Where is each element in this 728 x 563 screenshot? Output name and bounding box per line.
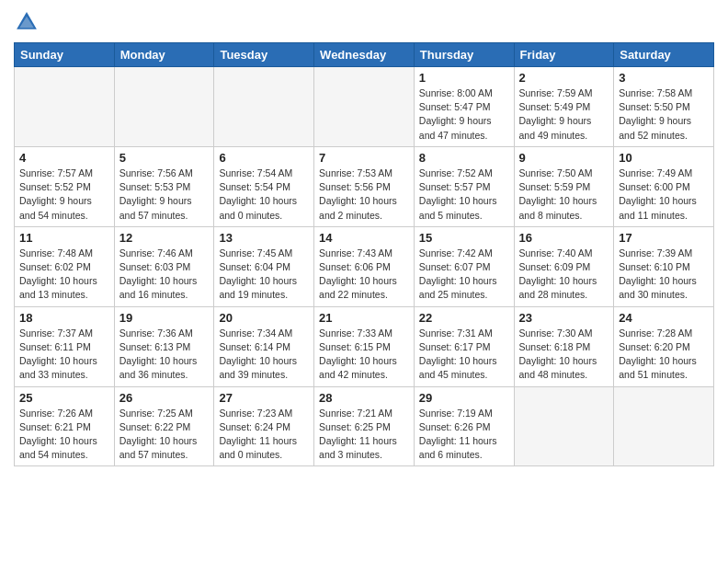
calendar-week-row: 4Sunrise: 7:57 AM Sunset: 5:52 PM Daylig… [15, 146, 714, 226]
day-info: Sunrise: 7:33 AM Sunset: 6:15 PM Dayligh… [319, 327, 409, 383]
day-number: 25 [19, 391, 109, 405]
calendar-cell: 9Sunrise: 7:50 AM Sunset: 5:59 PM Daylig… [514, 146, 614, 226]
day-number: 22 [419, 311, 509, 325]
calendar-cell: 10Sunrise: 7:49 AM Sunset: 6:00 PM Dayli… [614, 146, 714, 226]
day-number: 6 [219, 151, 309, 165]
day-info: Sunrise: 7:52 AM Sunset: 5:57 PM Dayligh… [419, 167, 509, 223]
day-info: Sunrise: 7:36 AM Sunset: 6:13 PM Dayligh… [119, 327, 210, 383]
calendar-cell [214, 67, 314, 147]
weekday-header-friday: Friday [514, 43, 614, 67]
calendar-cell: 6Sunrise: 7:54 AM Sunset: 5:54 PM Daylig… [214, 146, 314, 226]
calendar-cell: 15Sunrise: 7:42 AM Sunset: 6:07 PM Dayli… [414, 226, 514, 306]
day-info: Sunrise: 7:57 AM Sunset: 5:52 PM Dayligh… [19, 167, 109, 223]
day-info: Sunrise: 8:00 AM Sunset: 5:47 PM Dayligh… [419, 86, 509, 143]
day-number: 8 [419, 151, 509, 165]
day-number: 9 [519, 151, 609, 165]
calendar-cell: 22Sunrise: 7:31 AM Sunset: 6:17 PM Dayli… [414, 306, 514, 386]
day-number: 17 [619, 231, 709, 245]
day-info: Sunrise: 7:28 AM Sunset: 6:20 PM Dayligh… [619, 327, 709, 383]
day-number: 13 [219, 231, 309, 245]
calendar-cell [114, 67, 214, 147]
weekday-header-tuesday: Tuesday [214, 43, 314, 67]
calendar-cell: 26Sunrise: 7:25 AM Sunset: 6:22 PM Dayli… [114, 386, 214, 466]
calendar-cell: 25Sunrise: 7:26 AM Sunset: 6:21 PM Dayli… [15, 386, 115, 466]
day-info: Sunrise: 7:34 AM Sunset: 6:14 PM Dayligh… [219, 327, 309, 383]
calendar-cell: 24Sunrise: 7:28 AM Sunset: 6:20 PM Dayli… [614, 306, 714, 386]
calendar-cell: 1Sunrise: 8:00 AM Sunset: 5:47 PM Daylig… [414, 67, 514, 147]
calendar-cell: 5Sunrise: 7:56 AM Sunset: 5:53 PM Daylig… [114, 146, 214, 226]
day-number: 29 [419, 391, 509, 405]
day-number: 2 [519, 71, 609, 85]
day-number: 19 [119, 311, 210, 325]
day-info: Sunrise: 7:56 AM Sunset: 5:53 PM Dayligh… [119, 167, 210, 223]
calendar-cell: 27Sunrise: 7:23 AM Sunset: 6:24 PM Dayli… [214, 386, 314, 466]
calendar-cell: 19Sunrise: 7:36 AM Sunset: 6:13 PM Dayli… [114, 306, 214, 386]
day-info: Sunrise: 7:19 AM Sunset: 6:26 PM Dayligh… [419, 407, 509, 463]
calendar-cell: 21Sunrise: 7:33 AM Sunset: 6:15 PM Dayli… [314, 306, 415, 386]
day-number: 18 [19, 311, 109, 325]
day-number: 15 [419, 231, 509, 245]
calendar-week-row: 1Sunrise: 8:00 AM Sunset: 5:47 PM Daylig… [15, 67, 714, 147]
day-info: Sunrise: 7:48 AM Sunset: 6:02 PM Dayligh… [19, 247, 109, 303]
calendar-cell: 8Sunrise: 7:52 AM Sunset: 5:57 PM Daylig… [414, 146, 514, 226]
calendar-cell [15, 67, 115, 147]
day-info: Sunrise: 7:25 AM Sunset: 6:22 PM Dayligh… [119, 407, 210, 463]
day-number: 1 [419, 71, 509, 85]
calendar-cell: 16Sunrise: 7:40 AM Sunset: 6:09 PM Dayli… [514, 226, 614, 306]
day-number: 12 [119, 231, 210, 245]
calendar-cell: 20Sunrise: 7:34 AM Sunset: 6:14 PM Dayli… [214, 306, 314, 386]
calendar-cell: 14Sunrise: 7:43 AM Sunset: 6:06 PM Dayli… [314, 226, 415, 306]
day-number: 3 [619, 71, 709, 85]
calendar-cell: 28Sunrise: 7:21 AM Sunset: 6:25 PM Dayli… [314, 386, 415, 466]
weekday-header-monday: Monday [114, 43, 214, 67]
day-number: 26 [119, 391, 210, 405]
day-info: Sunrise: 7:39 AM Sunset: 6:10 PM Dayligh… [619, 247, 709, 303]
calendar-week-row: 18Sunrise: 7:37 AM Sunset: 6:11 PM Dayli… [15, 306, 714, 386]
weekday-header-saturday: Saturday [614, 43, 714, 67]
calendar-cell: 18Sunrise: 7:37 AM Sunset: 6:11 PM Dayli… [15, 306, 115, 386]
day-number: 28 [319, 391, 409, 405]
weekday-header-wednesday: Wednesday [314, 43, 415, 67]
calendar-table: SundayMondayTuesdayWednesdayThursdayFrid… [14, 42, 714, 466]
calendar-cell: 2Sunrise: 7:59 AM Sunset: 5:49 PM Daylig… [514, 67, 614, 147]
calendar-cell: 13Sunrise: 7:45 AM Sunset: 6:04 PM Dayli… [214, 226, 314, 306]
day-number: 5 [119, 151, 210, 165]
day-info: Sunrise: 7:46 AM Sunset: 6:03 PM Dayligh… [119, 247, 210, 303]
day-number: 4 [19, 151, 109, 165]
day-info: Sunrise: 7:30 AM Sunset: 6:18 PM Dayligh… [519, 327, 609, 383]
day-info: Sunrise: 7:43 AM Sunset: 6:06 PM Dayligh… [319, 247, 409, 303]
day-info: Sunrise: 7:23 AM Sunset: 6:24 PM Dayligh… [219, 407, 309, 463]
day-number: 10 [619, 151, 709, 165]
logo [14, 9, 43, 35]
day-number: 11 [19, 231, 109, 245]
calendar-week-row: 25Sunrise: 7:26 AM Sunset: 6:21 PM Dayli… [15, 386, 714, 466]
weekday-header-row: SundayMondayTuesdayWednesdayThursdayFrid… [15, 43, 714, 67]
day-number: 16 [519, 231, 609, 245]
day-number: 20 [219, 311, 309, 325]
day-number: 24 [619, 311, 709, 325]
calendar-cell: 29Sunrise: 7:19 AM Sunset: 6:26 PM Dayli… [414, 386, 514, 466]
day-info: Sunrise: 7:50 AM Sunset: 5:59 PM Dayligh… [519, 167, 609, 223]
calendar-cell: 7Sunrise: 7:53 AM Sunset: 5:56 PM Daylig… [314, 146, 415, 226]
weekday-header-thursday: Thursday [414, 43, 514, 67]
calendar-cell [614, 386, 714, 466]
calendar-week-row: 11Sunrise: 7:48 AM Sunset: 6:02 PM Dayli… [15, 226, 714, 306]
day-info: Sunrise: 7:26 AM Sunset: 6:21 PM Dayligh… [19, 407, 109, 463]
day-number: 7 [319, 151, 409, 165]
day-info: Sunrise: 7:45 AM Sunset: 6:04 PM Dayligh… [219, 247, 309, 303]
day-info: Sunrise: 7:42 AM Sunset: 6:07 PM Dayligh… [419, 247, 509, 303]
logo-icon [14, 9, 40, 35]
day-number: 14 [319, 231, 409, 245]
day-number: 21 [319, 311, 409, 325]
calendar-cell: 12Sunrise: 7:46 AM Sunset: 6:03 PM Dayli… [114, 226, 214, 306]
calendar-cell [514, 386, 614, 466]
calendar-cell: 23Sunrise: 7:30 AM Sunset: 6:18 PM Dayli… [514, 306, 614, 386]
calendar-cell: 11Sunrise: 7:48 AM Sunset: 6:02 PM Dayli… [15, 226, 115, 306]
calendar-cell: 17Sunrise: 7:39 AM Sunset: 6:10 PM Dayli… [614, 226, 714, 306]
day-info: Sunrise: 7:40 AM Sunset: 6:09 PM Dayligh… [519, 247, 609, 303]
day-info: Sunrise: 7:58 AM Sunset: 5:50 PM Dayligh… [619, 86, 709, 143]
day-info: Sunrise: 7:21 AM Sunset: 6:25 PM Dayligh… [319, 407, 409, 463]
day-info: Sunrise: 7:31 AM Sunset: 6:17 PM Dayligh… [419, 327, 509, 383]
page-header [14, 9, 714, 35]
calendar-cell [314, 67, 415, 147]
